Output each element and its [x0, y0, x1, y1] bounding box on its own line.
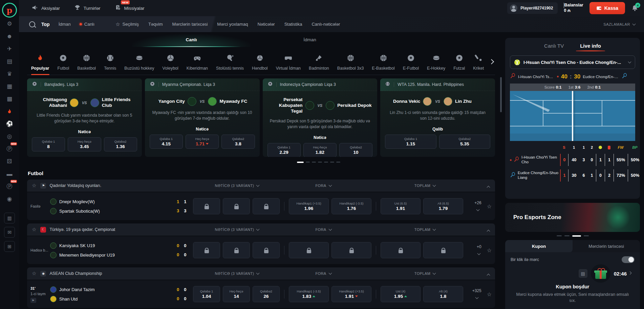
column-header-fora[interactable]: FORA	[296, 180, 350, 192]
nav-link-m-rcl-rin-tarixc-si[interactable]: Mərclərin tarixcəsi	[172, 22, 208, 27]
locked-odds-button[interactable]	[223, 242, 250, 258]
carousel-dot[interactable]	[330, 162, 334, 163]
category-populyar[interactable]: Populyar	[27, 54, 53, 75]
carousel-dot[interactable]	[557, 235, 562, 236]
match-select-dropdown[interactable]: I-Hsuan Cho/Yi Tsen Cho - Eudice Chong/E…	[510, 55, 635, 69]
odds-button-q-l-b-1[interactable]: Qələbə 11.15	[385, 135, 436, 149]
football-icon[interactable]: ⚽	[3, 118, 16, 130]
odds-button-handikap1-3-5[interactable]: Handikap1 (+3.5)1.96	[289, 198, 329, 214]
odds-button-q-l-b-2[interactable]: Qələbə23.8	[221, 135, 255, 149]
column-header-toplam[interactable]: TOPLAM	[398, 180, 452, 192]
locked-odds-button[interactable]	[193, 242, 220, 258]
nav-link-n-tic-l-r[interactable]: Nəticələr	[257, 22, 275, 27]
video-play-button[interactable]: ▶	[30, 298, 36, 303]
carousel-dot[interactable]	[324, 162, 328, 163]
pinup-games-icon[interactable]: ⓅNEW	[3, 143, 16, 155]
locked-odds-button[interactable]	[289, 242, 329, 258]
nav-tab-i-dman[interactable]: İdman	[59, 22, 71, 27]
match-row[interactable]: 31'1-ci taym▶Johor Darul TazimShan Utd00…	[27, 280, 495, 308]
video-poker-icon[interactable]: ▤	[3, 55, 16, 68]
odds-button-q-l-b-1[interactable]: Qələbə 14.15	[150, 135, 183, 149]
nav-link-m-rci-yoxlamaq[interactable]: Mərci yoxlamaq	[217, 22, 248, 27]
dominoes-icon[interactable]: ▦	[3, 80, 16, 93]
category-futzal[interactable]: Futzal	[449, 54, 469, 75]
carousel-dot[interactable]	[572, 235, 581, 237]
category-voleybol[interactable]: Voleybol	[158, 54, 183, 75]
locked-odds-button[interactable]	[223, 198, 250, 214]
carousel-dot[interactable]	[297, 162, 304, 163]
nav-tab-top[interactable]: Top	[41, 22, 50, 27]
favorite-star-icon[interactable]: ☆	[487, 247, 492, 254]
aviator-icon[interactable]: ✈	[3, 43, 16, 55]
category-futbol[interactable]: Futbol	[53, 54, 73, 75]
nav-link-se-ilmi[interactable]: ☆Seçilmiş	[115, 21, 139, 27]
category-buz-st-hokkey[interactable]: Buzüstü hokkey	[120, 54, 158, 75]
category-h-ndbol[interactable]: Həndbol	[248, 54, 272, 75]
tab-canli-tv[interactable]: Canlı TV	[544, 43, 564, 51]
odds-button-he-he[interactable]: Heç-heçə1.82	[303, 143, 337, 157]
tab-live[interactable]: Canlı	[132, 32, 251, 47]
odds-button-handikap2-3-5[interactable]: Handikap2 (-3.5)1.76	[331, 198, 371, 214]
odds-button-q-l-b-1[interactable]: Qələbə 18	[32, 137, 65, 151]
tab-kupon[interactable]: Kupon	[505, 240, 573, 252]
category-e-basketbol[interactable]: E-Basketbol	[368, 54, 399, 75]
odds-button-handikap2-3-5[interactable]: Handikap2 (+3.5)1.91	[331, 286, 371, 302]
category-virtual-i-dman[interactable]: Virtual İdman	[272, 54, 305, 75]
odds-button-q-l-b-1[interactable]: Qələbə 12.29	[267, 143, 301, 157]
tab-live-info[interactable]: Live info	[580, 43, 601, 51]
collapse-section-button[interactable]	[487, 272, 490, 278]
category-e-hokkey[interactable]: E-Hokkey	[423, 54, 449, 75]
nav-tab-canl[interactable]: Canlı	[80, 22, 94, 27]
red-racket-icon[interactable]	[510, 73, 516, 80]
odds-button-alt-4[interactable]: Alt (4)1.8	[423, 286, 463, 302]
category-kiberidman[interactable]: Kiberidman	[183, 54, 212, 75]
category-kriket[interactable]: Kriket	[469, 54, 488, 75]
slots-icon[interactable]: ⚙	[3, 18, 16, 30]
odds-button-he-he[interactable]: Heç-heçə3.45	[68, 137, 101, 151]
topbar-menu-aksiyalar[interactable]: Aksiyalar	[32, 4, 60, 12]
more-markets-button[interactable]: +0	[477, 244, 481, 257]
column-header-toplam[interactable]: TOPLAM	[398, 223, 452, 236]
carousel-dot[interactable]	[306, 162, 310, 163]
category-tennis[interactable]: Tennis	[100, 54, 120, 75]
favorite-star-icon[interactable]: ☆	[487, 291, 492, 298]
pinup-promo-icon[interactable]: ⓅNEW	[3, 180, 16, 193]
match-row[interactable]: FasiləDnepr Mogilev(W)Spartak Subotica(W…	[27, 192, 495, 220]
category-e-futbol[interactable]: E-Futbol	[399, 54, 423, 75]
odds-button-alt-6-5[interactable]: Alt (6.5)1.79	[423, 198, 463, 214]
more-markets-button[interactable]: +325	[472, 288, 481, 301]
collapse-section-button[interactable]	[487, 184, 490, 190]
nav-link-t-qvim[interactable]: Təqvim	[148, 22, 163, 27]
favorite-star-icon[interactable]: ☆	[32, 183, 36, 189]
odds-button-q-l-b-2[interactable]: Qələbə25.35	[439, 135, 490, 149]
main-scrollbar-thumb[interactable]	[500, 77, 502, 112]
locked-odds-button[interactable]	[381, 242, 421, 258]
carousel-dot[interactable]	[318, 162, 322, 163]
roulette-icon[interactable]: ◎	[3, 130, 16, 143]
odds-button-he-he[interactable]: Heç-heçə1.71	[186, 135, 219, 149]
favorite-star-icon[interactable]: ☆	[487, 203, 492, 210]
category-badminton[interactable]: Badminton	[305, 54, 333, 75]
locked-odds-button[interactable]	[423, 242, 463, 258]
carousel-dot[interactable]	[564, 235, 570, 236]
carousel-dot[interactable]	[336, 162, 340, 163]
locked-odds-button[interactable]	[331, 242, 371, 258]
brand-logo[interactable]: p	[2, 3, 17, 18]
cards-icon[interactable]: ▩	[3, 93, 16, 105]
promo-banner[interactable]: Pro Esports Zone	[505, 203, 640, 232]
id-card-icon[interactable]: ▥	[4, 213, 15, 223]
carousel-dot[interactable]	[312, 162, 316, 163]
odds-button-handikap1-3-5[interactable]: Handikap1 (-3.5)1.83	[289, 286, 329, 302]
crown-icon[interactable]: ♛	[3, 68, 16, 80]
category-basketbol-3x3[interactable]: Basketbol 3x3	[333, 54, 368, 75]
blue-racket-icon[interactable]	[622, 73, 627, 80]
odds-button-q-l-b-2[interactable]: Qələbə21.36	[104, 137, 137, 151]
category-stol-st-tennis[interactable]: Stolüstü tennis	[212, 54, 248, 75]
match-row[interactable]: Hadisə b...Karsiyaka SK U19Menemen Beled…	[27, 236, 495, 264]
promo-code-icon[interactable]: ⊞	[4, 241, 15, 252]
column-header-n-ti-c-3-vari-ant[interactable]: NƏTİCƏ (3 VARİANT)	[200, 223, 274, 236]
odds-button-q-l-b-2[interactable]: Qələbə210	[339, 143, 372, 157]
topbar-menu-missiyalar[interactable]: NEWMissiyalar	[115, 4, 145, 12]
locked-odds-button[interactable]	[253, 242, 280, 258]
search-icon[interactable]	[29, 21, 35, 27]
